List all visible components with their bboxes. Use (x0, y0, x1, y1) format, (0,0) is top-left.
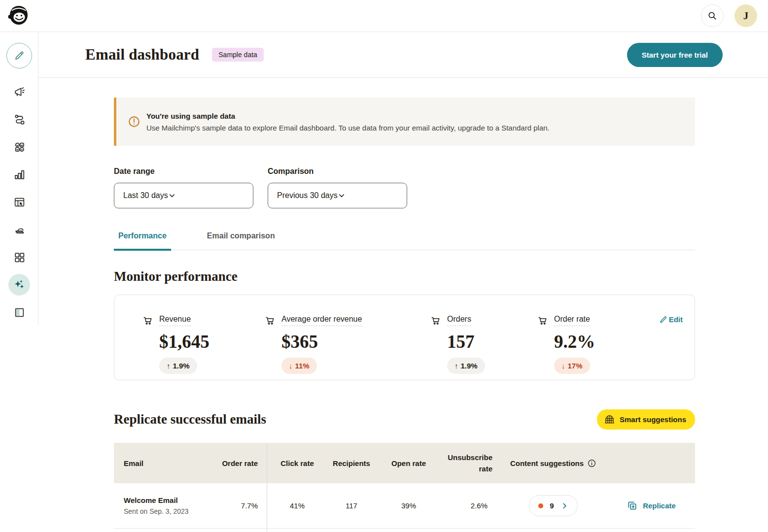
order-rate-cell: 7.7% (212, 501, 267, 510)
sample-data-badge: Sample data (212, 48, 264, 62)
content-suggestions-label: Content suggestions (510, 459, 584, 467)
delta-arrow-icon: ↓ (289, 362, 293, 370)
comparison-label: Comparison (268, 167, 407, 176)
metric-label[interactable]: Average order revenue (281, 315, 362, 326)
audience-icon (13, 141, 26, 153)
pencil-icon (13, 50, 25, 62)
cart-icon (142, 315, 153, 326)
monitor-performance-heading: Monitor performance (114, 269, 695, 284)
smart-suggestions-label: Smart suggestions (620, 415, 686, 424)
sidebar-item-campaigns[interactable] (13, 85, 26, 98)
metric-delta-pill: ↓ 17% (554, 358, 590, 374)
sidebar-item-integrations[interactable] (13, 251, 26, 264)
email-name[interactable]: Welcome Email (124, 496, 212, 504)
suggestions-pill[interactable]: 9 (529, 495, 577, 516)
recipients-cell: 117 (328, 501, 375, 510)
sidebar-nav (8, 85, 30, 319)
page-title: Email dashboard (85, 46, 199, 64)
date-range-value: Last 30 days (123, 191, 168, 200)
mailchimp-logo-icon[interactable] (7, 4, 31, 28)
tab-performance[interactable]: Performance (114, 232, 171, 251)
filters: Date range Last 30 days Comparison Previ… (114, 167, 695, 208)
banner-body: Use Mailchimp's sample data to explore E… (146, 124, 550, 132)
warning-icon (128, 115, 140, 128)
delta-arrow-icon: ↑ (167, 362, 171, 370)
journey-icon (13, 113, 26, 126)
metric-delta-pill: ↑ 1.9% (447, 358, 485, 374)
sidebar-item-ai[interactable] (8, 274, 30, 296)
chevron-down-icon (168, 192, 176, 200)
comparison-value: Previous 30 days (277, 191, 338, 200)
sparkle-icon (13, 278, 26, 291)
email-sent-date: Sent on Sep. 3, 2023 (124, 507, 212, 515)
panel-icon (13, 306, 26, 319)
date-range-select[interactable]: Last 30 days (114, 183, 253, 208)
metric-label[interactable]: Revenue (159, 315, 191, 326)
avatar-initial: J (743, 10, 749, 22)
suggestion-dot-icon (538, 503, 543, 508)
column-header-order-rate: Order rate (212, 459, 267, 467)
replicate-button[interactable]: Replicate (627, 500, 676, 511)
table-row: Welcome Email Sent on Sep. 3, 2023 7.7% … (114, 483, 695, 529)
edit-metrics-link[interactable]: Edit (659, 315, 683, 324)
banner-title: You're using sample data (146, 112, 550, 120)
start-free-trial-button[interactable]: Start your free trial (627, 43, 723, 67)
email-cell: Welcome Email Sent on Sep. 3, 2023 (114, 496, 212, 515)
metric-label[interactable]: Order rate (554, 315, 590, 326)
chevron-down-icon (338, 192, 346, 200)
sidebar-item-analytics[interactable] (13, 168, 26, 181)
content-suggestions-cell: 9 (499, 495, 607, 516)
metric-delta-pill: ↑ 1.9% (159, 358, 197, 374)
emails-table: Email Order rate Click rate Recipients O… (114, 443, 695, 532)
column-header-open-rate: Open rate (375, 459, 442, 467)
sidebar-item-automations[interactable] (13, 113, 26, 126)
duplicate-icon (627, 500, 638, 511)
metric-delta-value: 1.9% (173, 362, 190, 370)
unsubscribe-rate-cell: 2.6% (442, 501, 499, 510)
chevron-right-icon (560, 502, 568, 510)
cart-icon (265, 315, 276, 326)
column-header-email: Email (114, 459, 212, 467)
info-icon[interactable] (587, 459, 596, 468)
tab-bar: Performance Email comparison (114, 232, 695, 250)
column-header-recipients: Recipients (328, 459, 375, 467)
metric: Revenue $1,645 ↑ 1.9% (142, 315, 265, 374)
cart-icon (430, 315, 441, 326)
sidebar-item-collapse[interactable] (13, 306, 26, 319)
metric: Order rate 9.2% ↓ 17% (537, 315, 656, 374)
content-icon (13, 224, 26, 236)
metric-delta-value: 1.9% (461, 362, 478, 370)
metric-value: $365 (281, 331, 430, 352)
tab-email-comparison[interactable]: Email comparison (203, 232, 279, 251)
sample-data-banner: You're using sample data Use Mailchimp's… (114, 98, 695, 146)
avatar[interactable]: J (734, 4, 757, 27)
column-header-content-suggestions: Content suggestions (499, 459, 607, 468)
metric: Average order revenue $365 ↓ 11% (265, 315, 430, 374)
edit-pencil-icon (659, 315, 668, 324)
column-header-click-rate: Click rate (267, 459, 328, 467)
delta-arrow-icon: ↓ (561, 362, 565, 370)
open-rate-cell: 39% (375, 501, 442, 510)
table-column-divider (267, 443, 267, 532)
smart-suggestions-button[interactable]: Smart suggestions (597, 409, 695, 430)
click-rate-cell: 41% (267, 501, 328, 510)
date-range-label: Date range (114, 167, 253, 176)
column-header-unsubscribe-rate: Unsubscribe rate (442, 452, 499, 475)
megaphone-icon (13, 86, 26, 98)
metric-delta-value: 11% (295, 362, 310, 370)
analytics-icon (13, 168, 26, 181)
topbar: J (0, 0, 768, 32)
search-button[interactable] (701, 4, 724, 27)
cart-icon (537, 315, 548, 326)
action-cell: Replicate (607, 500, 695, 511)
sidebar-item-website[interactable] (13, 196, 26, 208)
replicate-label: Replicate (643, 501, 676, 510)
create-button[interactable] (6, 43, 32, 68)
metric-delta-value: 17% (568, 362, 583, 370)
metric-label[interactable]: Orders (447, 315, 471, 326)
edit-label: Edit (669, 315, 683, 324)
comparison-select[interactable]: Previous 30 days (268, 183, 407, 208)
sidebar-item-content[interactable] (13, 223, 26, 236)
sidebar-item-audience[interactable] (13, 140, 26, 153)
next-row-stub (114, 529, 695, 532)
